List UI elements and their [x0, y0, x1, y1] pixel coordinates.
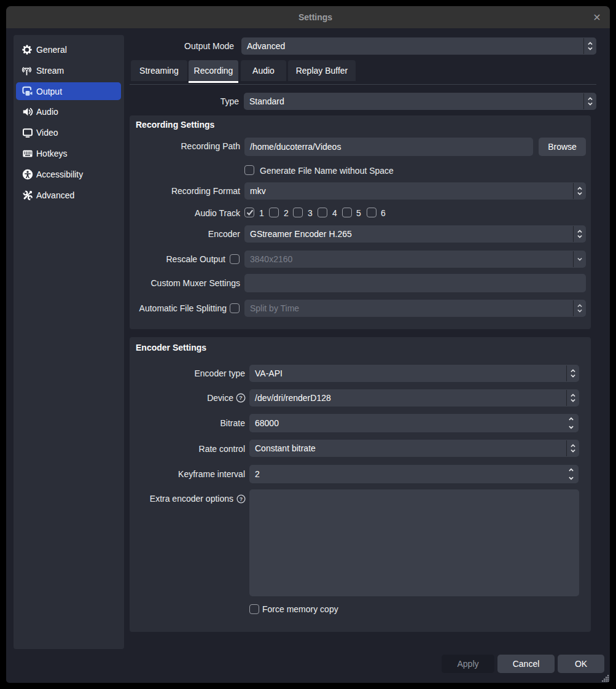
svg-text:?: ?	[239, 394, 243, 401]
svg-text:?: ?	[240, 496, 243, 502]
